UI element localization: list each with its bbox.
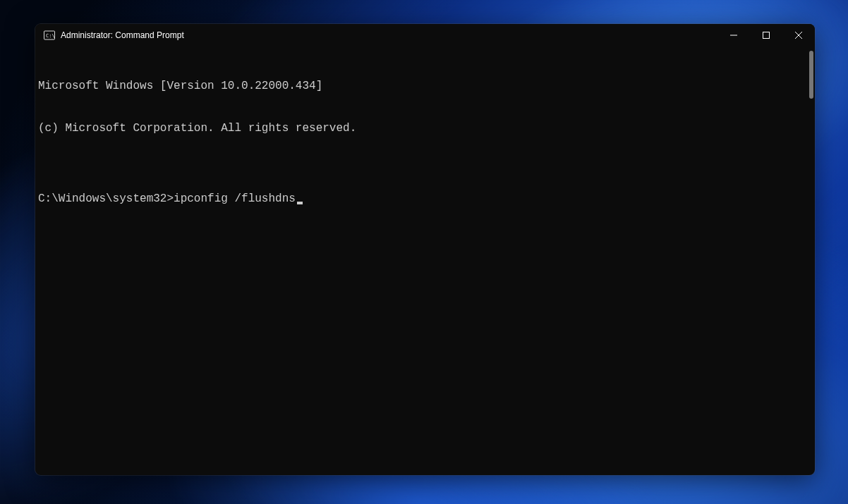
command-prompt-window: C:\ Administrator: Command Prompt Micros… bbox=[35, 24, 815, 475]
cursor-icon bbox=[297, 202, 303, 204]
copyright-line: (c) Microsoft Corporation. All rights re… bbox=[38, 121, 809, 135]
version-line: Microsoft Windows [Version 10.0.22000.43… bbox=[38, 79, 809, 93]
prompt-line: C:\Windows\system32>ipconfig /flushdns bbox=[38, 192, 809, 206]
window-title: Administrator: Command Prompt bbox=[61, 30, 184, 40]
window-controls bbox=[717, 24, 815, 47]
minimize-button[interactable] bbox=[717, 24, 750, 47]
vertical-scrollbar[interactable] bbox=[809, 51, 813, 99]
close-button[interactable] bbox=[782, 24, 815, 47]
terminal-body[interactable]: Microsoft Windows [Version 10.0.22000.43… bbox=[35, 47, 815, 475]
window-titlebar[interactable]: C:\ Administrator: Command Prompt bbox=[35, 24, 815, 47]
maximize-button[interactable] bbox=[750, 24, 782, 47]
svg-rect-3 bbox=[763, 32, 770, 39]
titlebar-left: C:\ Administrator: Command Prompt bbox=[35, 30, 717, 41]
command-input[interactable]: ipconfig /flushdns bbox=[174, 192, 296, 206]
prompt-path: C:\Windows\system32> bbox=[38, 192, 174, 206]
svg-text:C:\: C:\ bbox=[46, 33, 55, 39]
command-prompt-icon: C:\ bbox=[44, 30, 55, 41]
terminal-output: Microsoft Windows [Version 10.0.22000.43… bbox=[38, 51, 809, 469]
